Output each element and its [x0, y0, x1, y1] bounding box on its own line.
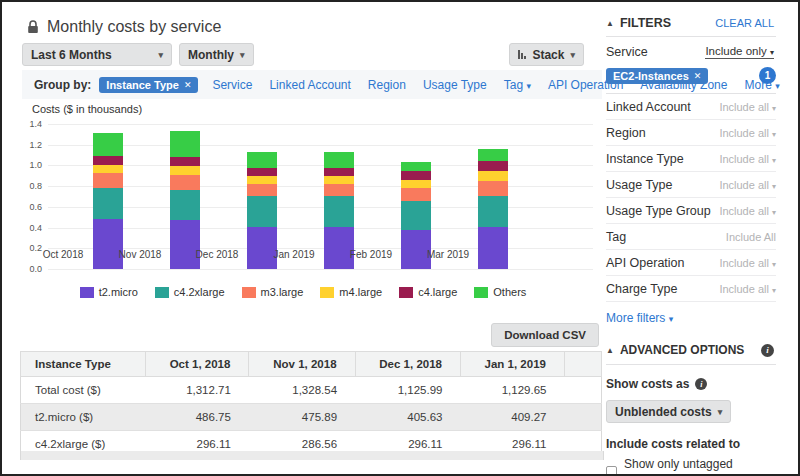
column-header-date[interactable]: Nov 1, 2018	[249, 352, 355, 377]
bar-segment-Others[interactable]	[170, 131, 200, 157]
date-range-dropdown[interactable]: Last 6 Months ▾	[22, 43, 172, 66]
bar-segment-c4-2xlarge[interactable]	[93, 188, 123, 219]
filter-row-usage-type-group: Usage Type GroupInclude all ▾	[606, 198, 776, 224]
x-axis-label: Oct 2018	[24, 249, 102, 260]
bar-segment-c4-large[interactable]	[401, 171, 431, 180]
filter-value-dropdown[interactable]: Include all ▾	[719, 257, 776, 269]
filter-row-region: RegionInclude all ▾	[606, 120, 776, 146]
bar-segment-Others[interactable]	[324, 152, 354, 168]
filter-label: Region	[606, 126, 646, 140]
row-label: t2.micro ($)	[21, 404, 146, 431]
bar-segment-m4-large[interactable]	[324, 176, 354, 184]
column-header-date[interactable]: Jan 1, 2019	[460, 352, 564, 377]
filter-value-dropdown[interactable]: Include all ▾	[719, 153, 776, 165]
bar-segment-c4-large[interactable]	[247, 168, 277, 175]
bar-segment-c4-2xlarge[interactable]	[247, 196, 277, 227]
bar-segment-c4-2xlarge[interactable]	[401, 201, 431, 230]
column-header-date[interactable]: Dec 1, 2018	[355, 352, 460, 377]
legend-swatch	[399, 287, 413, 298]
filter-count-badge: 1	[759, 67, 776, 84]
bar-segment-m3-large[interactable]	[247, 184, 277, 196]
filters-sidebar: ▲ FILTERS CLEAR ALL Service Include only…	[606, 2, 776, 474]
group-by-label: Group by:	[34, 78, 91, 92]
bar-segment-Others[interactable]	[401, 162, 431, 171]
filter-value-dropdown[interactable]: Include all ▾	[719, 127, 776, 139]
legend-label: Others	[493, 286, 526, 298]
download-csv-button[interactable]: Download CSV	[491, 323, 599, 347]
bar-segment-Others[interactable]	[247, 152, 277, 168]
x-axis-label: Mar 2019	[409, 249, 487, 260]
untagged-checkbox[interactable]	[606, 466, 617, 476]
bar-segment-m4-large[interactable]	[478, 171, 508, 181]
group-by-link-tag[interactable]: Tag ▾	[504, 78, 531, 92]
bar-segment-Others[interactable]	[478, 149, 508, 161]
collapse-icon[interactable]: ▲	[606, 346, 614, 355]
legend-swatch	[242, 287, 256, 298]
legend-item-c4-2xlarge: c4.2xlarge	[155, 286, 225, 298]
bar-segment-c4-2xlarge[interactable]	[170, 190, 200, 220]
filter-value-dropdown[interactable]: Include all ▾	[719, 205, 776, 217]
bar-segment-m3-large[interactable]	[170, 175, 200, 191]
chart-style-dropdown[interactable]: Stack ▾	[509, 43, 584, 66]
bar-segment-m3-large[interactable]	[324, 184, 354, 196]
page-header: Monthly costs by service	[27, 18, 221, 36]
filter-value-dropdown[interactable]: Include all ▾	[719, 101, 776, 113]
column-header-date[interactable]: Oct 1, 2018	[146, 352, 249, 377]
bar-segment-m4-large[interactable]	[170, 166, 200, 174]
close-icon[interactable]: ✕	[694, 71, 702, 81]
more-filters-link[interactable]: More filters ▾	[606, 302, 776, 335]
bar-segment-Others[interactable]	[93, 133, 123, 156]
bar-segment-c4-large[interactable]	[324, 168, 354, 176]
bar-segment-c4-large[interactable]	[93, 156, 123, 165]
group-by-link-service[interactable]: Service	[212, 78, 252, 92]
toolbar: Last 6 Months ▾ Monthly ▾ Stack ▾	[22, 43, 604, 66]
x-axis-label: Nov 2018	[101, 249, 179, 260]
bar-segment-t2-micro[interactable]	[170, 220, 200, 269]
filter-row-linked-account: Linked AccountInclude all ▾	[606, 94, 776, 120]
cost-explorer-window: Monthly costs by service Last 6 Months ▾…	[0, 0, 800, 476]
legend-item-c4-large: c4.large	[399, 286, 457, 298]
granularity-dropdown[interactable]: Monthly ▾	[179, 43, 254, 66]
y-axis-tick: 0.6	[16, 202, 42, 212]
collapse-icon[interactable]: ▲	[606, 19, 614, 28]
group-by-link-usage-type[interactable]: Usage Type	[423, 78, 487, 92]
clear-all-link[interactable]: CLEAR ALL	[715, 17, 774, 29]
advanced-options-title: ADVANCED OPTIONS	[620, 343, 744, 357]
bar-segment-c4-2xlarge[interactable]	[324, 196, 354, 227]
bar-segment-t2-micro[interactable]	[93, 219, 123, 269]
chevron-down-icon: ▾	[526, 81, 531, 91]
bar-segment-c4-large[interactable]	[170, 157, 200, 166]
chevron-down-icon: ▾	[772, 104, 776, 113]
group-by-chip-instance-type[interactable]: Instance Type ✕	[99, 77, 198, 93]
bar-segment-c4-large[interactable]	[478, 161, 508, 171]
bar-segment-m4-large[interactable]	[401, 180, 431, 188]
close-icon[interactable]: ✕	[184, 80, 192, 90]
bar-segment-m4-large[interactable]	[93, 165, 123, 173]
bar-segment-m4-large[interactable]	[247, 176, 277, 184]
main-panel: Monthly costs by service Last 6 Months ▾…	[2, 2, 604, 474]
chevron-down-icon: ▾	[770, 48, 774, 57]
column-header-instance-type[interactable]: Instance Type	[21, 352, 146, 377]
bar-segment-m3-large[interactable]	[478, 181, 508, 196]
bar-segment-c4-2xlarge[interactable]	[478, 196, 508, 228]
y-axis-tick: 1.0	[16, 160, 42, 170]
group-by-link-region[interactable]: Region	[368, 78, 406, 92]
bar-segment-t2-micro[interactable]	[247, 227, 277, 269]
filter-chip-ec2-instances[interactable]: EC2-Instances ✕	[606, 68, 708, 84]
costs-as-dropdown[interactable]: Unblended costs ▾	[606, 400, 731, 423]
group-by-link-linked-account[interactable]: Linked Account	[269, 78, 350, 92]
info-icon[interactable]	[695, 378, 707, 390]
filter-value-dropdown[interactable]: Include all ▾	[719, 283, 776, 295]
filter-value-dropdown[interactable]: Include all ▾	[719, 179, 776, 191]
include-only-dropdown[interactable]: Include only ▾	[705, 45, 774, 59]
chevron-down-icon: ▾	[772, 260, 776, 269]
bar-segment-m3-large[interactable]	[401, 188, 431, 201]
filter-label: Tag	[606, 230, 626, 244]
legend-swatch	[320, 287, 334, 298]
bar-segment-m3-large[interactable]	[93, 173, 123, 188]
filter-value-dropdown[interactable]: Include All	[726, 231, 776, 243]
filter-row-instance-type: Instance TypeInclude all ▾	[606, 146, 776, 172]
chevron-down-icon: ▾	[772, 156, 776, 165]
info-icon[interactable]	[761, 344, 774, 357]
bar-segment-t2-micro[interactable]	[324, 227, 354, 269]
